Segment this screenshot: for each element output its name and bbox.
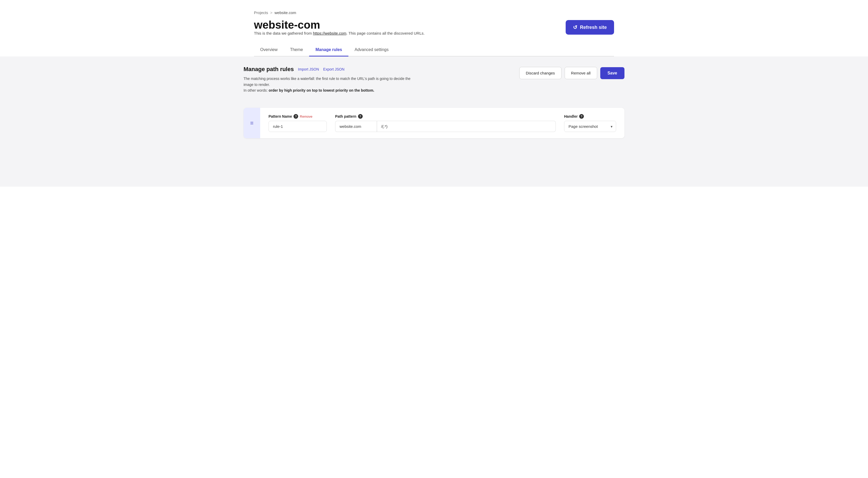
rule-content: Pattern Name ? Remove Path pattern ? <box>260 108 624 138</box>
manage-rules-header: Manage path rules Import JSON Export JSO… <box>244 66 421 72</box>
handler-select[interactable]: Page screenshot Redirect Custom image <box>564 121 616 132</box>
save-button[interactable]: Save <box>600 67 624 79</box>
description-link[interactable]: https://website.com <box>313 31 346 35</box>
content-area: Manage path rules Import JSON Export JSO… <box>0 57 868 187</box>
rules-desc-prefix: In other words: <box>244 88 269 92</box>
pattern-name-group: Pattern Name ? Remove <box>269 114 327 132</box>
rules-desc-bold: order by high priority on top to lowest … <box>269 88 374 92</box>
pattern-name-input[interactable] <box>269 121 327 132</box>
rules-description: The matching process works like a waterf… <box>244 76 421 93</box>
tabs-nav: Overview Theme Manage rules Advanced set… <box>254 44 614 57</box>
tab-overview[interactable]: Overview <box>254 44 284 57</box>
rules-actions-row: Manage path rules Import JSON Export JSO… <box>244 66 624 100</box>
tab-theme[interactable]: Theme <box>284 44 309 57</box>
handler-label: Handler <box>564 114 578 118</box>
drag-handle[interactable]: ≡ <box>244 108 260 138</box>
page-title: website-com <box>254 19 425 31</box>
page-description: This is the data we gathered from https:… <box>254 31 425 35</box>
remove-link[interactable]: Remove <box>300 115 312 118</box>
path-pattern-help-icon[interactable]: ? <box>358 114 363 119</box>
refresh-button-label: Refresh site <box>580 25 607 30</box>
breadcrumb-separator: > <box>270 10 272 15</box>
rules-buttons-col: Discard changes Remove all Save <box>519 67 624 79</box>
path-pattern-group: Path pattern ? <box>335 114 556 132</box>
handle-icon: ≡ <box>250 120 254 126</box>
path-pattern-label: Path pattern <box>335 114 356 118</box>
rule-card: ≡ Pattern Name ? Remove <box>244 108 624 138</box>
import-json-link[interactable]: Import JSON <box>298 67 319 71</box>
refresh-icon: ↺ <box>573 24 577 30</box>
title-group: website-com This is the data we gathered… <box>254 19 425 42</box>
path-prefix-input[interactable] <box>335 121 377 132</box>
tab-advanced-settings[interactable]: Advanced settings <box>348 44 395 57</box>
description-prefix: This is the data we gathered from <box>254 31 313 35</box>
path-pattern-label-row: Path pattern ? <box>335 114 556 119</box>
page-wrapper: Projects > website.com website-com This … <box>242 0 626 57</box>
path-suffix-input[interactable] <box>377 121 556 132</box>
breadcrumb: Projects > website.com <box>254 10 614 15</box>
handler-label-row: Handler ? <box>564 114 616 119</box>
content-inner: Manage path rules Import JSON Export JSO… <box>242 66 626 138</box>
rules-desc-line1: The matching process works like a waterf… <box>244 77 411 86</box>
path-pattern-inputs <box>335 121 556 132</box>
discard-changes-button[interactable]: Discard changes <box>519 67 561 79</box>
pattern-name-label: Pattern Name <box>269 114 292 118</box>
export-json-link[interactable]: Export JSON <box>323 67 344 71</box>
refresh-site-button[interactable]: ↺ Refresh site <box>566 20 614 35</box>
breadcrumb-current: website.com <box>275 10 296 15</box>
manage-rules-title: Manage path rules <box>244 66 294 72</box>
handler-help-icon[interactable]: ? <box>579 114 584 119</box>
rule-row: ≡ Pattern Name ? Remove <box>244 108 624 138</box>
description-suffix: . This page contains all the discovered … <box>346 31 425 35</box>
handler-select-wrapper: Page screenshot Redirect Custom image ▾ <box>564 121 616 132</box>
handler-group: Handler ? Page screenshot Redirect Custo… <box>564 114 616 132</box>
tab-manage-rules[interactable]: Manage rules <box>309 44 348 57</box>
rules-description-col: Manage path rules Import JSON Export JSO… <box>244 66 421 100</box>
pattern-name-help-icon[interactable]: ? <box>293 114 298 119</box>
breadcrumb-parent[interactable]: Projects <box>254 10 268 15</box>
remove-all-button[interactable]: Remove all <box>565 67 597 79</box>
pattern-name-label-row: Pattern Name ? Remove <box>269 114 327 119</box>
page-header: website-com This is the data we gathered… <box>254 19 614 42</box>
